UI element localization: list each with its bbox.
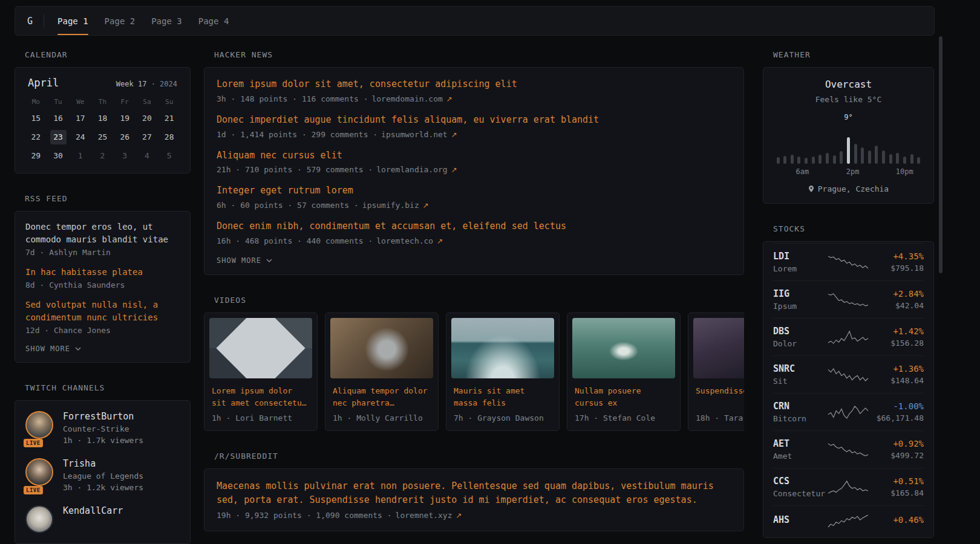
section-title-videos: VIDEOS — [214, 296, 744, 305]
stock-sparkline — [826, 404, 869, 420]
calendar-day-of-week: We — [69, 98, 91, 106]
stock-row[interactable]: AET Amet +0.92% $499.72 — [773, 430, 924, 468]
weather-bar — [783, 156, 786, 164]
middle-column: HACKER NEWS Lorem ipsum dolor sit amet, … — [204, 50, 744, 544]
calendar-day-of-week: Su — [158, 98, 180, 106]
page-tab[interactable]: Page 4 — [198, 7, 229, 35]
channel-name[interactable]: KendallCarr — [63, 505, 123, 516]
avatar-wrap: LIVE — [25, 505, 54, 533]
video-card[interactable]: Nullam posuere cursus ex 17h · Stefan Co… — [567, 312, 681, 431]
video-thumbnail[interactable] — [572, 318, 675, 378]
hackernews-item-domain[interactable]: ipsumify.biz — [362, 201, 419, 210]
channel-game: Counter-Strike — [63, 424, 143, 433]
twitch-channel[interactable]: LIVE KendallCarr — [25, 505, 180, 533]
chevron-down-icon — [266, 259, 272, 262]
video-title[interactable]: Aliquam tempor dolor nec pharetra… — [325, 383, 438, 409]
stock-row[interactable]: LDI Lorem +4.35% $795.18 — [773, 243, 924, 280]
rss-item[interactable]: Sed volutpat nulla nisl, a condimentum n… — [25, 299, 180, 335]
stock-price: $165.84 — [869, 488, 924, 497]
rss-item[interactable]: Donec tempor eros leo, ut commodo mauris… — [25, 221, 180, 257]
rss-show-more-button[interactable]: SHOW MORE — [25, 344, 81, 354]
subreddit-post-domain[interactable]: loremnet.xyz — [396, 511, 452, 520]
video-thumbnail[interactable] — [451, 318, 554, 378]
subreddit-post-title[interactable]: Maecenas mollis pulvinar erat non posuer… — [217, 479, 731, 508]
rss-item-title[interactable]: Sed volutpat nulla nisl, a condimentum n… — [25, 299, 180, 324]
hackernews-item-domain[interactable]: loremlandia.org — [376, 165, 447, 174]
hackernews-show-more-button[interactable]: SHOW MORE — [217, 256, 272, 265]
calendar-day: 25 — [94, 130, 111, 144]
hackernews-item-domain[interactable]: ipsumworld.net — [381, 130, 448, 139]
app-logo[interactable]: G — [27, 16, 33, 27]
topbar-divider — [44, 15, 44, 28]
channel-name[interactable]: Trisha — [63, 458, 143, 469]
section-title-weather: WEATHER — [773, 50, 934, 59]
stock-values: +2.84% $42.04 — [869, 289, 924, 310]
calendar-separator: · — [151, 80, 155, 88]
stock-row[interactable]: CRN Bitcorn -1.00% $66,171.48 — [773, 393, 924, 430]
section-title-hackernews: HACKER NEWS — [214, 50, 744, 59]
video-card[interactable]: Lorem ipsum dolor sit amet consectetu… 1… — [204, 312, 318, 431]
channel-meta: 1h · 1.7k viewers — [63, 436, 143, 445]
video-thumbnail[interactable] — [330, 318, 433, 378]
stock-name: Dolor — [773, 339, 826, 348]
hackernews-item-title[interactable]: Integer eget rutrum lorem — [217, 184, 731, 198]
calendar-day: 29 — [28, 149, 44, 163]
scrollbar-thumb[interactable] — [939, 36, 942, 273]
video-card[interactable]: Aliquam tempor dolor nec pharetra… 1h · … — [325, 312, 439, 431]
calendar-day: 30 — [50, 149, 67, 163]
live-badge: LIVE — [24, 486, 43, 494]
stock-sparkline — [826, 479, 869, 495]
stock-values: +1.42% $156.28 — [869, 326, 924, 348]
stock-name: Consectetur — [773, 489, 826, 498]
stock-row[interactable]: CCS Consectetur +0.51% $165.84 — [773, 468, 924, 505]
calendar-day-of-week: Sa — [136, 98, 158, 106]
rss-item-meta: 8d · Cynthia Saunders — [25, 280, 180, 290]
channel-info: Trisha League of Legends 3h · 1.2k viewe… — [63, 458, 143, 492]
stock-row[interactable]: IIG Ipsum +2.84% $42.04 — [773, 280, 924, 318]
video-title[interactable]: Lorem ipsum dolor sit amet consectetu… — [204, 383, 317, 409]
hackernews-item-title[interactable]: Aliquam nec cursus elit — [217, 149, 731, 163]
channel-avatar — [25, 505, 53, 533]
hackernews-item-title[interactable]: Donec imperdiet augue tincidunt felis al… — [217, 114, 731, 127]
stock-row[interactable]: AHS +0.46% — [773, 505, 924, 536]
hackernews-item: Donec imperdiet augue tincidunt felis al… — [217, 114, 731, 139]
stock-row[interactable]: DBS Dolor +1.42% $156.28 — [773, 318, 924, 355]
section-title-twitch: TWITCH CHANNELS — [25, 383, 191, 392]
video-thumbnail[interactable] — [693, 318, 744, 378]
dashboard-columns: CALENDAR April Week 17 · 2024 Mo Tu — [15, 50, 934, 544]
external-link-icon: ↗ — [451, 131, 457, 139]
weather-bar — [833, 155, 836, 164]
hackernews-item-domain[interactable]: loremdomain.com — [371, 94, 442, 103]
video-card[interactable]: Mauris sit amet massa felis 7h · Grayson… — [446, 312, 560, 431]
video-meta: 18h · Tara — [688, 409, 744, 430]
stock-values: +0.51% $165.84 — [869, 476, 924, 497]
page-tab[interactable]: Page 1 — [57, 7, 88, 35]
stock-change: +2.84% — [869, 289, 924, 299]
calendar-day: 4 — [139, 149, 155, 163]
calendar-day: 24 — [72, 130, 88, 144]
rss-item-title[interactable]: Donec tempor eros leo, ut commodo mauris… — [25, 221, 180, 246]
stock-row[interactable]: SNRC Sit +1.36% $148.64 — [773, 355, 924, 393]
video-title[interactable]: Mauris sit amet massa felis — [446, 383, 559, 409]
channel-name[interactable]: ForrestBurton — [63, 411, 143, 422]
hackernews-item-title[interactable]: Lorem ipsum dolor sit amet, consectetur … — [217, 78, 731, 91]
page-tab[interactable]: Page 3 — [151, 7, 182, 35]
video-title[interactable]: Nullam posuere cursus ex — [567, 383, 680, 409]
calendar-day: 27 — [139, 130, 155, 144]
calendar-day: 5 — [161, 149, 177, 163]
rss-item[interactable]: In hac habitasse platea 8d · Cynthia Sau… — [25, 266, 180, 290]
video-card[interactable]: Suspendisse diam 18h · Tara — [688, 312, 744, 431]
hackernews-item-domain[interactable]: loremtech.co — [376, 236, 433, 245]
hackernews-item-title[interactable]: Donec enim nibh, condimentum et accumsan… — [217, 220, 731, 233]
weather-bar — [882, 151, 885, 164]
page-tab[interactable]: Page 2 — [105, 7, 136, 35]
video-title[interactable]: Suspendisse diam — [688, 383, 744, 409]
hackernews-item-meta: 16h · 468 points · 440 comments · loremt… — [217, 236, 731, 245]
twitch-channel[interactable]: LIVE ForrestBurton Counter-Strike 1h · 1… — [25, 411, 180, 445]
video-thumbnail[interactable] — [209, 318, 312, 378]
twitch-channel[interactable]: LIVE Trisha League of Legends 3h · 1.2k … — [25, 458, 180, 492]
stock-name: Bitcorn — [773, 414, 826, 423]
rss-item-title[interactable]: In hac habitasse platea — [25, 266, 180, 279]
channel-meta: 3h · 1.2k viewers — [63, 483, 143, 492]
hackernews-item-meta: 21h · 710 points · 579 comments · loreml… — [217, 165, 731, 174]
